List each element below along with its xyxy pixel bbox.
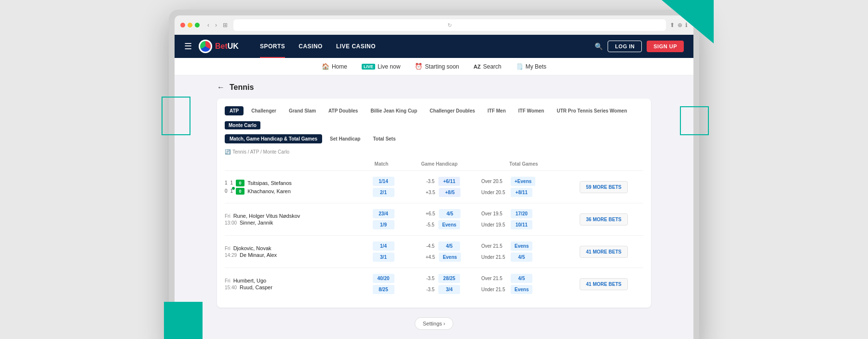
more-bets-0[interactable]: 59 MORE BETS <box>580 181 628 193</box>
p1-hcap-odds-2[interactable]: 4/5 <box>438 241 460 251</box>
p2-odds-2[interactable]: 3/1 <box>373 253 394 262</box>
p2-odds-3[interactable]: 8/25 <box>373 285 394 294</box>
column-headers: Match Game Handicap Total Games <box>225 159 643 169</box>
home-icon: 🏠 <box>322 63 329 70</box>
over-odds-3[interactable]: 4/5 <box>511 274 532 283</box>
p1-hcap-val-2: -4.5 <box>426 243 434 249</box>
tab-challenger[interactable]: Challenger <box>246 106 281 115</box>
p2-odds-0[interactable]: 2/1 <box>373 188 394 197</box>
refresh-icon: ↻ <box>448 22 452 28</box>
subnav-search[interactable]: AZ Search <box>474 63 502 70</box>
under-odds-0[interactable]: +8/11 <box>511 188 532 197</box>
address-bar[interactable]: ↻ <box>233 19 666 31</box>
p2-hcap-val-3: -3.5 <box>426 287 434 292</box>
logo-icon <box>199 40 212 53</box>
page-title: Tennis <box>230 83 254 92</box>
p1-hcap-odds-0[interactable]: +6/11 <box>438 177 460 186</box>
p1-hcap-val-0: -3.5 <box>426 179 434 184</box>
more-bets-1[interactable]: 36 MORE BETS <box>580 213 628 226</box>
players-2: Fri Djokovic, Novak 14:29 De Minaur, Ale… <box>225 245 360 258</box>
p1-odds-3[interactable]: 40/20 <box>373 274 394 283</box>
tab-grand-slam[interactable]: Grand Slam <box>284 106 321 115</box>
nav-casino[interactable]: CASINO <box>292 35 329 58</box>
p2-name-1: Sinner, Jannik <box>240 220 273 226</box>
players-1: Fri Rune, Holger Vitus Nødskov 13:00 Sin… <box>225 213 360 226</box>
under-label-1: Under 19.5 <box>481 222 508 227</box>
over-odds-0[interactable]: +Evens <box>511 177 535 186</box>
hamburger-icon[interactable]: ☰ <box>184 41 192 52</box>
match-row-3: Fri Humbert, Ugo 15:40 Ruud, Casper 40/2… <box>225 268 643 300</box>
breadcrumb-icon: 🔄 <box>225 149 231 155</box>
maximize-window-btn[interactable] <box>195 23 200 28</box>
browser-actions: ⬆ ⊕ ℹ <box>670 22 688 28</box>
info-btn[interactable]: ℹ <box>685 22 688 28</box>
nav-live-casino[interactable]: LIVE CASINO <box>329 35 382 58</box>
tab-bjk-cup[interactable]: Billie Jean King Cup <box>366 106 422 115</box>
p1-game-score-0: 0 <box>236 180 244 186</box>
p2-hcap-odds-2[interactable]: Evens <box>439 253 461 262</box>
close-window-btn[interactable] <box>180 23 185 28</box>
tour-tabs: ATP Challenger Grand Slam ATP Doubles Bi… <box>225 106 643 115</box>
sub-nav: 🏠 Home LIVE Live now ⏰ Starting soon AZ … <box>175 58 693 75</box>
under-label-0: Under 20.5 <box>481 190 508 195</box>
p2-hcap-odds-0[interactable]: +8/5 <box>439 188 461 197</box>
p2-name-2: De Minaur, Alex <box>240 252 277 258</box>
p2-name-0: Khachanov, Karen <box>247 188 291 194</box>
more-bets-2[interactable]: 41 MORE BETS <box>580 246 628 258</box>
market-tab-set-handicap[interactable]: Set Handicap <box>325 134 365 143</box>
handicap-3: -3.5 28/25 -3.5 3/4 <box>407 274 479 294</box>
tab-challenger-doubles[interactable]: Challenger Doubles <box>425 106 480 115</box>
subnav-live[interactable]: LIVE Live now <box>362 63 400 70</box>
tournament-tag: Monte Carlo <box>225 121 260 129</box>
tab-itf-women[interactable]: ITF Women <box>514 106 549 115</box>
p1-hcap-odds-1[interactable]: 4/5 <box>439 209 461 218</box>
under-odds-3[interactable]: Evens <box>511 285 532 294</box>
tab-utr[interactable]: UTR Pro Tennis Series Women <box>552 106 632 115</box>
nav-sports[interactable]: SPORTS <box>253 35 292 58</box>
time-day-3: Fri <box>225 278 231 283</box>
forward-browser-btn[interactable]: › <box>213 21 219 29</box>
over-odds-2[interactable]: Evens <box>511 241 532 251</box>
nav-links: SPORTS CASINO LIVE CASINO <box>253 35 382 58</box>
subnav-starting-soon[interactable]: ⏰ Starting soon <box>415 63 459 70</box>
market-tab-total-sets[interactable]: Total Sets <box>368 134 400 143</box>
p1-odds-0[interactable]: 1/14 <box>373 177 394 186</box>
under-odds-2[interactable]: 4/5 <box>511 253 532 262</box>
more-bets-3[interactable]: 41 MORE BETS <box>580 278 628 290</box>
panel-btn[interactable]: ⊞ <box>221 21 230 29</box>
market-tab-match[interactable]: Match, Game Handicap & Total Games <box>225 134 322 143</box>
subnav-starting-label: Starting soon <box>425 63 459 70</box>
p2-hcap-val-1: -5.5 <box>426 222 434 227</box>
p2-name-3: Ruud, Casper <box>240 284 272 290</box>
p2-odds-1[interactable]: 1/9 <box>373 220 394 229</box>
subnav-search-label: Search <box>483 63 502 70</box>
over-odds-1[interactable]: 17/20 <box>511 209 532 218</box>
back-browser-btn[interactable]: ‹ <box>205 21 211 29</box>
p1-hcap-val-1: +6.5 <box>426 211 435 216</box>
tab-atp[interactable]: ATP <box>225 106 244 115</box>
p1-hcap-odds-3[interactable]: 28/25 <box>438 274 460 283</box>
p1-odds-1[interactable]: 23/4 <box>373 209 394 218</box>
p2-hcap-odds-1[interactable]: Evens <box>438 220 460 229</box>
settings-button[interactable]: Settings › <box>415 317 453 330</box>
p1-set1-score-0: 1 <box>225 180 228 185</box>
p1-odds-2[interactable]: 1/4 <box>373 241 394 251</box>
handicap-0: -3.5 +6/11 +3.5 +8/5 <box>407 177 479 197</box>
tab-atp-doubles[interactable]: ATP Doubles <box>324 106 363 115</box>
back-button[interactable]: ← <box>217 83 225 92</box>
under-odds-1[interactable]: 10/11 <box>511 220 532 229</box>
subnav-mybets[interactable]: 🗒️ My Bets <box>516 63 546 70</box>
add-tab-btn[interactable]: ⊕ <box>678 22 682 28</box>
p2-hcap-odds-3[interactable]: 3/4 <box>438 285 460 294</box>
match-odds-0: 1/14 2/1 <box>362 177 405 197</box>
main-nav: ☰ BetUK SPORTS CASINO LIVE CASINO 🔍 LOG … <box>175 35 693 58</box>
login-button[interactable]: LOG IN <box>608 41 642 52</box>
minimize-window-btn[interactable] <box>188 23 192 28</box>
share-btn[interactable]: ⬆ <box>670 22 675 28</box>
signup-button[interactable]: SIGN UP <box>647 41 684 52</box>
page-header: ← Tennis <box>217 83 651 92</box>
search-icon[interactable]: 🔍 <box>595 42 603 50</box>
breadcrumb: 🔄 Tennis / ATP / Monte Carlo <box>225 149 643 155</box>
subnav-home[interactable]: 🏠 Home <box>322 63 347 70</box>
tab-itf-men[interactable]: ITF Men <box>483 106 511 115</box>
